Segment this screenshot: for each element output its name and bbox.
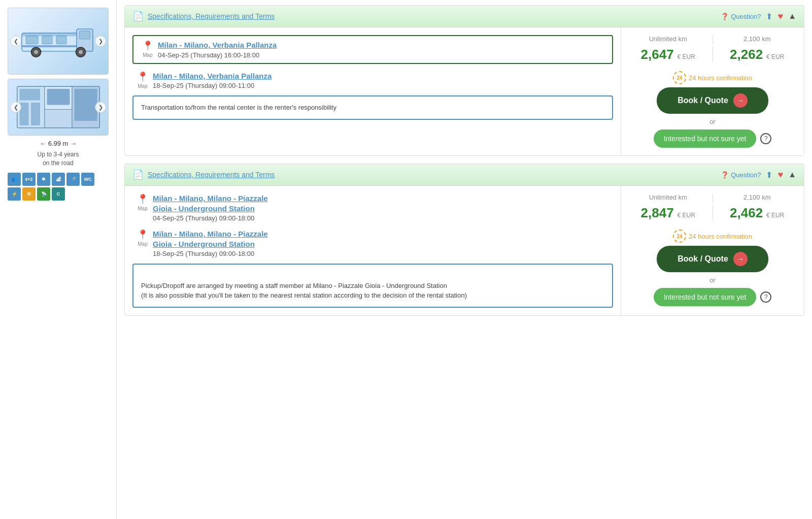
card1-interested-button[interactable]: Interested but not sure yet bbox=[654, 129, 757, 148]
amenity-transmission-icon: ⚙ bbox=[22, 187, 36, 201]
card1-locations: 📍 Map Milan - Milano, Verbania Pallanza … bbox=[125, 27, 621, 155]
card1-book-button[interactable]: Book / Quote → bbox=[657, 87, 768, 114]
svg-rect-11 bbox=[22, 33, 77, 36]
pin-icon-2: 📍 bbox=[137, 71, 148, 82]
question-icon-2: ❓ bbox=[721, 171, 729, 179]
amenity-persons-icon: 👥 bbox=[8, 173, 21, 186]
card2-pickup-link[interactable]: Milan - Milano, Milano - Piazzale Gioia … bbox=[153, 193, 613, 213]
card1-dropoff-link[interactable]: Milan - Milano, Verbania Pallanza bbox=[153, 71, 613, 81]
card1-pickup-row: 📍 Map Milan - Milano, Verbania Pallanza … bbox=[132, 35, 613, 64]
card1-unlimited-currency: € EUR bbox=[678, 53, 695, 60]
price-divider-2 bbox=[713, 193, 713, 203]
card2-unlimited-label: Unlimited km bbox=[629, 193, 707, 201]
card2-km2100-amount: 2,462 bbox=[730, 205, 763, 220]
svg-rect-2 bbox=[26, 36, 38, 44]
vehicle-age: Up to 3-4 years on the road bbox=[8, 150, 109, 168]
share-icon-2[interactable]: ⬆ bbox=[766, 170, 772, 180]
heart-icon-2[interactable]: ♥ bbox=[777, 170, 783, 180]
card2-interested-row: Interested but not sure yet ? bbox=[654, 288, 772, 306]
card1-interested-question-icon[interactable]: ? bbox=[760, 133, 771, 144]
price-divider-1b bbox=[713, 47, 713, 62]
card2-dropoff-link[interactable]: Milan - Milano, Milano - Piazzale Gioia … bbox=[153, 229, 613, 249]
svg-rect-17 bbox=[19, 89, 40, 101]
card2-confirmation-label: 24 hours confirmation bbox=[689, 233, 752, 240]
next-image-button[interactable]: ❯ bbox=[95, 36, 106, 47]
question-button-1[interactable]: ❓ Question? bbox=[721, 13, 761, 20]
doc-icon-1: 📄 bbox=[132, 11, 144, 22]
card2-dropoff-map-label[interactable]: Map bbox=[138, 241, 147, 247]
amenity-shower-icon: 🚿 bbox=[66, 173, 80, 186]
card1-dropoff-date: 18-Sep-25 (Thursday) 09:00-11:00 bbox=[153, 82, 613, 89]
card2-header-left: 📄 Specifications, Requirements and Terms bbox=[132, 169, 275, 180]
card2-book-button[interactable]: Book / Quote → bbox=[657, 246, 768, 272]
card2-km2100-label-col: 2,100 km bbox=[718, 193, 797, 203]
card1-pickup-date: 04-Sep-25 (Thursday) 16:00-18:00 bbox=[158, 51, 608, 59]
card1-km2100-currency: € EUR bbox=[766, 53, 784, 60]
card2-interested-question-icon[interactable]: ? bbox=[760, 291, 771, 303]
card2-unlimited-amount: 2,847 bbox=[641, 205, 674, 220]
card2-dropoff-pin: 📍 Map bbox=[132, 229, 153, 247]
doc-icon-2: 📄 bbox=[132, 169, 144, 180]
card2-km2100-price-col: 2,462 € EUR bbox=[718, 205, 797, 221]
question-icon-1: ❓ bbox=[721, 13, 729, 20]
pin-icon-4: 📍 bbox=[137, 229, 148, 240]
card1-pricing-section: Unlimited km 2,100 km 2,647 € EUR bbox=[629, 35, 796, 65]
pin-icon-3: 📍 bbox=[137, 193, 148, 205]
svg-point-7 bbox=[34, 50, 38, 54]
card1-confirmation-label: 24 hours confirmation bbox=[689, 74, 752, 82]
card2-locations: 📍 Map Milan - Milano, Milano - Piazzale … bbox=[125, 186, 621, 315]
collapse-icon-1[interactable]: ▲ bbox=[788, 12, 796, 21]
card2-pickup-map-label[interactable]: Map bbox=[138, 206, 147, 211]
amenity-icons: 👥 4+2 ❄ 🏕 🚿 WC ⚡ ⚙ 📡 C bbox=[8, 173, 109, 201]
card2-pickup-pin: 📍 Map bbox=[132, 193, 153, 211]
listing-card-2: 📄 Specifications, Requirements and Terms… bbox=[124, 164, 804, 316]
svg-point-9 bbox=[79, 50, 83, 54]
svg-rect-4 bbox=[56, 36, 66, 44]
prev-image-button[interactable]: ❮ bbox=[10, 36, 21, 47]
card1-unlimited-price-col: 2,647 € EUR bbox=[629, 47, 707, 62]
specs-link-2[interactable]: Specifications, Requirements and Terms bbox=[148, 171, 275, 179]
card1-dropoff-pin: 📍 Map bbox=[132, 71, 153, 89]
vehicle-length: ← 6.99 m → bbox=[8, 140, 109, 147]
card2-pricing: Unlimited km 2,100 km 2,847 € EUR bbox=[621, 186, 804, 315]
amenity-satellite-icon: 📡 bbox=[37, 187, 50, 201]
share-icon-1[interactable]: ⬆ bbox=[766, 12, 772, 21]
question-button-2[interactable]: ❓ Question? bbox=[721, 171, 761, 179]
card1-pickup-link[interactable]: Milan - Milano, Verbania Pallanza bbox=[158, 40, 608, 50]
card1-interested-row: Interested but not sure yet ? bbox=[654, 129, 772, 148]
card1-dropoff-map-label[interactable]: Map bbox=[138, 83, 147, 89]
card1-confirmation: 24 24 hours confirmation bbox=[673, 71, 752, 84]
svg-rect-20 bbox=[47, 89, 70, 105]
prev-floorplan-button[interactable]: ❮ bbox=[10, 102, 21, 113]
card2-km2100-currency: € EUR bbox=[766, 212, 784, 219]
card1-book-arrow: → bbox=[733, 93, 748, 108]
card2-pickup-row: 📍 Map Milan - Milano, Milano - Piazzale … bbox=[132, 193, 613, 222]
card2-unlimited-price-col: 2,847 € EUR bbox=[629, 205, 707, 221]
card1-pricing-labels: Unlimited km 2,100 km bbox=[629, 35, 796, 44]
svg-rect-15 bbox=[45, 110, 72, 128]
amenity-camping-icon: 🏕 bbox=[52, 173, 65, 186]
card1-body: 📍 Map Milan - Milano, Verbania Pallanza … bbox=[125, 27, 804, 155]
card2-info-text: Pickup/Dropoff are arranged by meeting a… bbox=[141, 282, 467, 300]
card1-unlimited-amount: 2,647 bbox=[641, 47, 674, 62]
card1-km2100-label: 2,100 km bbox=[718, 35, 797, 43]
card1-book-label: Book / Quote bbox=[678, 96, 728, 105]
heart-icon-1[interactable]: ♥ bbox=[777, 11, 783, 22]
amenity-category-icon: C bbox=[52, 187, 65, 201]
next-floorplan-button[interactable]: ❯ bbox=[95, 102, 106, 113]
card1-unlimited-label: Unlimited km bbox=[629, 35, 707, 43]
card2-dropoff-date: 18-Sep-25 (Thursday) 09:00-18:00 bbox=[153, 250, 613, 257]
card2-interested-label: Interested but not sure yet bbox=[664, 293, 747, 301]
specs-link-1[interactable]: Specifications, Requirements and Terms bbox=[148, 12, 275, 20]
card2-interested-button[interactable]: Interested but not sure yet bbox=[654, 288, 757, 306]
card1-badge-circle: 24 bbox=[673, 71, 686, 84]
card2-confirmation: 24 24 hours confirmation bbox=[673, 230, 752, 243]
card1-km2100-amount: 2,262 bbox=[730, 47, 763, 62]
floorplan-photo: ❮ ❯ bbox=[8, 79, 108, 135]
vehicle-image-container: ❮ bbox=[8, 8, 109, 75]
card1-pickup-map-label[interactable]: Map bbox=[143, 52, 152, 58]
card1-km2100-label-col: 2,100 km bbox=[718, 35, 797, 44]
card2-pricing-labels: Unlimited km 2,100 km bbox=[629, 193, 796, 203]
collapse-icon-2[interactable]: ▲ bbox=[788, 170, 796, 179]
card1-pricing-amounts: 2,647 € EUR 2,262 € EUR bbox=[629, 47, 796, 62]
